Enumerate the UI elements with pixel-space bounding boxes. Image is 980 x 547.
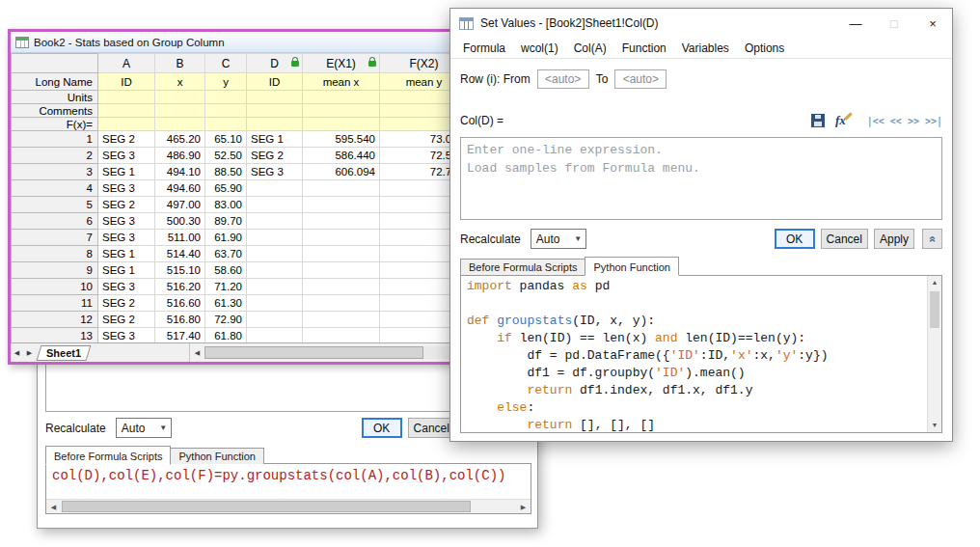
worksheet-cell[interactable]: ID <box>98 73 155 91</box>
tab-next-icon[interactable]: ▶ <box>23 349 36 357</box>
scroll-up-icon[interactable]: ▲ <box>928 276 941 289</box>
worksheet-cell[interactable] <box>155 91 205 104</box>
cancel-button[interactable]: Cancel <box>408 418 455 438</box>
worksheet-cell[interactable] <box>247 328 303 343</box>
worksheet-cell[interactable]: SEG 2 <box>98 312 155 328</box>
column-nav-button-1[interactable]: << <box>890 116 902 126</box>
worksheet-cell[interactable] <box>247 213 303 230</box>
worksheet-cell[interactable]: 89.70 <box>205 213 247 230</box>
worksheet-cell[interactable]: 486.90 <box>155 148 205 164</box>
close-button[interactable]: × <box>913 9 952 38</box>
scroll-left-icon[interactable]: ◀ <box>190 349 204 357</box>
worksheet-cell[interactable]: 517.40 <box>155 328 205 343</box>
save-icon[interactable] <box>811 114 825 127</box>
worksheet-cell[interactable]: 494.60 <box>155 180 205 197</box>
tab-before-formula-scripts[interactable]: Before Formula Scripts <box>45 446 171 465</box>
worksheet-cell[interactable] <box>247 91 303 104</box>
ok-button[interactable]: OK <box>775 229 815 249</box>
column-header-b[interactable]: B <box>155 54 205 73</box>
worksheet-cell[interactable] <box>303 118 380 131</box>
worksheet-cell[interactable]: 71.20 <box>205 279 247 295</box>
row-header-9[interactable]: 9 <box>12 262 98 279</box>
tab-prev-icon[interactable]: ◀ <box>11 349 23 357</box>
row-header-6[interactable]: 6 <box>12 213 98 230</box>
worksheet-cell[interactable]: 511.00 <box>155 230 205 246</box>
worksheet-cell[interactable]: 65.10 <box>205 131 247 148</box>
cancel-button[interactable]: Cancel <box>821 229 868 249</box>
sheet-tab-sheet1[interactable]: Sheet1 <box>37 345 92 361</box>
collapse-button[interactable]: » <box>922 229 942 249</box>
worksheet-cell[interactable]: 514.40 <box>155 246 205 262</box>
worksheet-cell[interactable] <box>98 118 155 131</box>
python-code-editor[interactable]: import pandas as pd def groupstats(ID, x… <box>460 275 942 433</box>
column-nav-button-0[interactable]: |<< <box>867 116 885 126</box>
worksheet-cell[interactable]: ID <box>247 73 303 91</box>
menu-item-col-a[interactable]: Col(A) <box>566 41 614 55</box>
worksheet-cell[interactable]: 52.50 <box>205 148 247 164</box>
row-header-1[interactable]: 1 <box>12 131 98 148</box>
scroll-right-icon[interactable]: ▶ <box>516 500 531 513</box>
worksheet-cell[interactable] <box>303 104 380 118</box>
scrollbar-thumb[interactable] <box>62 501 471 512</box>
scroll-down-icon[interactable]: ▼ <box>928 419 941 432</box>
tab-before-formula-scripts[interactable]: Before Formula Scripts <box>460 259 585 275</box>
worksheet-corner[interactable] <box>12 54 98 73</box>
row-header-13[interactable]: 13 <box>12 328 98 343</box>
menu-item-function[interactable]: Function <box>614 41 674 55</box>
worksheet-cell[interactable] <box>303 312 380 328</box>
horizontal-scrollbar[interactable]: ◀ ▶ <box>46 499 531 513</box>
row-header-2[interactable]: 2 <box>12 148 98 164</box>
scrollbar-track[interactable] <box>204 346 453 359</box>
worksheet-cell[interactable] <box>155 118 205 131</box>
menu-item-formula[interactable]: Formula <box>455 41 513 55</box>
vertical-scrollbar[interactable]: ▲ ▼ <box>927 276 941 432</box>
worksheet-cell[interactable] <box>205 91 247 104</box>
column-header-a[interactable]: A <box>98 54 155 73</box>
row-header-f-x[interactable]: F(x)= <box>12 118 98 131</box>
tab-python-function[interactable]: Python Function <box>170 448 264 464</box>
worksheet-cell[interactable] <box>303 262 380 279</box>
worksheet-cell[interactable]: 88.50 <box>205 164 247 180</box>
worksheet-cell[interactable] <box>303 295 380 312</box>
worksheet-cell[interactable]: SEG 3 <box>98 180 155 197</box>
row-header-comments[interactable]: Comments <box>12 104 98 118</box>
worksheet-cell[interactable] <box>303 180 380 197</box>
worksheet-cell[interactable] <box>98 104 155 118</box>
worksheet-cell[interactable]: SEG 3 <box>98 213 155 230</box>
worksheet-cell[interactable]: 497.00 <box>155 197 205 213</box>
worksheet-horizontal-scrollbar[interactable]: ◀ ▶ <box>189 343 468 362</box>
worksheet-cell[interactable]: SEG 2 <box>98 295 155 312</box>
worksheet-cell[interactable]: 500.30 <box>155 213 205 230</box>
worksheet-cell[interactable]: SEG 3 <box>98 230 155 246</box>
worksheet-cell[interactable]: 586.440 <box>303 148 380 164</box>
row-header-units[interactable]: Units <box>12 91 98 104</box>
worksheet-cell[interactable] <box>303 213 380 230</box>
row-header-12[interactable]: 12 <box>12 312 98 328</box>
column-header-d[interactable]: D <box>247 54 303 73</box>
worksheet-cell[interactable]: SEG 1 <box>247 131 303 148</box>
worksheet-cell[interactable] <box>247 118 303 131</box>
worksheet-cell[interactable]: 61.80 <box>205 328 247 343</box>
worksheet-cell[interactable]: SEG 2 <box>98 131 155 148</box>
worksheet-cell[interactable]: 58.60 <box>205 262 247 279</box>
worksheet-cell[interactable]: 63.70 <box>205 246 247 262</box>
row-to-input[interactable]: <auto> <box>614 69 667 89</box>
worksheet-cell[interactable] <box>205 118 247 131</box>
scrollbar-thumb[interactable] <box>930 291 939 328</box>
book2-titlebar[interactable]: Book2 - Stats based on Group Column <box>11 32 468 53</box>
worksheet-cell[interactable] <box>303 246 380 262</box>
worksheet-cell[interactable] <box>155 104 205 118</box>
worksheet-cell[interactable] <box>205 104 247 118</box>
row-header-11[interactable]: 11 <box>12 295 98 312</box>
worksheet-cell[interactable]: 516.60 <box>155 295 205 312</box>
row-header-4[interactable]: 4 <box>12 180 98 197</box>
expression-input[interactable]: Enter one-line expression. Load samples … <box>460 137 942 220</box>
menu-item-wcol-1[interactable]: wcol(1) <box>513 41 566 55</box>
row-header-3[interactable]: 3 <box>12 164 98 180</box>
worksheet-cell[interactable]: 515.10 <box>155 262 205 279</box>
worksheet-cell[interactable]: SEG 3 <box>98 148 155 164</box>
worksheet-cell[interactable]: 606.094 <box>303 164 380 180</box>
worksheet-cell[interactable]: SEG 3 <box>247 164 303 180</box>
fx-edit-icon[interactable]: fx <box>835 113 846 128</box>
worksheet-cell[interactable]: SEG 2 <box>98 197 155 213</box>
